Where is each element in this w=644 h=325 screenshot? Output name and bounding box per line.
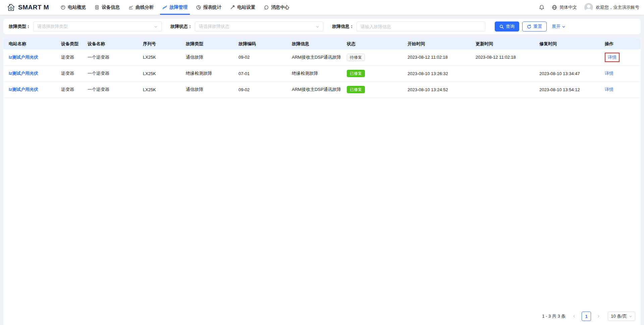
status-badge: 已修复 — [347, 86, 365, 93]
chevron-right-icon — [597, 315, 600, 318]
col-start-time: 开始时间 — [402, 38, 470, 49]
chart-icon — [128, 5, 133, 10]
nav-label: 消息中心 — [271, 4, 289, 10]
col-status: 状态 — [341, 38, 402, 49]
cell-device-name: 一个逆变器 — [82, 65, 138, 82]
language-label: 简体中文 — [559, 4, 577, 10]
col-fault-type: 故障类型 — [180, 38, 233, 49]
fault-status-label: 故障状态： — [170, 23, 192, 30]
fault-type-placeholder: 请选择故障类型 — [37, 23, 68, 30]
pagination-total: 1 - 3 共 3 条 — [542, 313, 566, 319]
next-page-button[interactable] — [594, 312, 603, 321]
top-navigation-bar: SMART M 电站概览 设备信息 曲线分 — [0, 0, 644, 15]
account-menu[interactable]: 欢迎您，业主演示账号 — [584, 3, 639, 12]
page-size-select[interactable]: 10 条/页 — [608, 312, 635, 321]
nav-label: 电站概览 — [68, 4, 86, 10]
page-number-button[interactable]: 1 — [582, 312, 591, 321]
col-action: 操作 — [599, 38, 641, 49]
col-fault-info: 故障信息 — [286, 38, 341, 49]
chevron-down-icon — [629, 315, 632, 318]
cell-repair-time: 2023-08-10 13:54:12 — [534, 82, 599, 98]
cell-fault-code: 07-01 — [233, 65, 286, 82]
cell-start-time: 2023-08-10 13:26:32 — [402, 65, 470, 82]
brand-logo[interactable]: SMART M — [7, 0, 49, 15]
nav-item-curve-analysis[interactable]: 曲线分析 — [124, 0, 158, 15]
search-icon — [499, 24, 504, 29]
fault-info-input[interactable] — [357, 21, 485, 32]
nav-label: 电站设置 — [237, 4, 255, 10]
nav-item-report-statistics[interactable]: 报表统计 — [192, 0, 226, 15]
message-icon — [264, 5, 269, 10]
cell-start-time: 2023-08-10 13:24:52 — [402, 82, 470, 98]
details-link[interactable]: 详情 — [605, 71, 613, 76]
col-repair-time: 修复时间 — [534, 38, 599, 49]
cell-update-time — [470, 82, 534, 98]
notification-bell-icon[interactable] — [539, 5, 544, 10]
cell-serial: LX25K — [138, 49, 180, 65]
station-link[interactable]: lz测试户用光伏 — [9, 55, 38, 60]
col-device-type: 设备类型 — [56, 38, 82, 49]
cell-fault-info: ARM接收主DSP通讯故障 — [286, 82, 341, 98]
chevron-down-icon — [562, 25, 566, 29]
language-switcher[interactable]: 简体中文 — [552, 4, 577, 10]
topbar-right: 简体中文 欢迎您，业主演示账号 — [539, 0, 639, 15]
chevron-down-icon — [154, 25, 158, 29]
nav-item-fault-management[interactable]: 故障管理 — [158, 0, 192, 15]
table-header-row: 电站名称 设备类型 设备名称 序列号 故障类型 故障编码 故障信息 状态 开始时… — [3, 38, 641, 49]
cell-repair-time: 2023-08-10 13:34:47 — [534, 65, 599, 82]
globe-icon — [552, 5, 557, 10]
fault-table-card: 电站名称 设备类型 设备名称 序列号 故障类型 故障编码 故障信息 状态 开始时… — [3, 38, 641, 325]
wrench-icon — [162, 5, 167, 10]
fault-type-select[interactable]: 请选择故障类型 — [33, 21, 162, 32]
nav-item-message-center[interactable]: 消息中心 — [260, 0, 293, 15]
refresh-icon — [527, 24, 531, 29]
nav-item-station-overview[interactable]: 电站概览 — [56, 0, 90, 15]
chevron-down-icon — [316, 25, 319, 29]
cell-device-type: 逆变器 — [56, 82, 82, 98]
pie-icon — [196, 5, 201, 10]
tool-icon — [230, 5, 235, 10]
station-link[interactable]: lz测试户用光伏 — [9, 71, 38, 76]
station-link[interactable]: lz测试户用光伏 — [9, 87, 38, 92]
cell-update-time: 2023-08-12 11:02:18 — [470, 49, 534, 65]
nav-label: 报表统计 — [203, 4, 221, 10]
main-nav: 电站概览 设备信息 曲线分析 — [56, 0, 293, 15]
expand-label: 展开 — [552, 23, 560, 30]
status-badge: 已修复 — [347, 70, 365, 77]
expand-filters-link[interactable]: 展开 — [552, 23, 566, 30]
cell-repair-time — [534, 49, 599, 65]
prev-page-button[interactable] — [570, 312, 579, 321]
status-badge: 待修复 — [347, 54, 365, 61]
cell-update-time — [470, 65, 534, 82]
nav-label: 曲线分析 — [136, 4, 154, 10]
gauge-icon — [61, 5, 65, 10]
table-row: lz测试户用光伏 逆变器 一个逆变器 LX25K 通信故障 09-02 ARM接… — [3, 82, 641, 98]
fault-table: 电站名称 设备类型 设备名称 序列号 故障类型 故障编码 故障信息 状态 开始时… — [3, 38, 641, 98]
cell-device-type: 逆变器 — [56, 65, 82, 82]
cell-fault-info: ARM接收主DSP通讯故障 — [286, 49, 341, 65]
search-button-label: 查询 — [506, 23, 515, 30]
col-station: 电站名称 — [3, 38, 56, 49]
fault-status-select[interactable]: 请选择故障状态 — [195, 21, 323, 32]
list-icon — [95, 5, 99, 10]
cell-fault-info: 绝缘检测故障 — [286, 65, 341, 82]
page-size-value: 10 条/页 — [611, 313, 627, 319]
col-serial: 序列号 — [138, 38, 180, 49]
nav-item-station-settings[interactable]: 电站设置 — [226, 0, 260, 15]
reset-button[interactable]: 重置 — [522, 21, 547, 32]
col-update-time: 更新时间 — [470, 38, 534, 49]
cell-device-name: 一个逆变器 — [82, 82, 138, 98]
fault-info-label: 故障信息： — [332, 23, 354, 30]
cell-device-type: 逆变器 — [56, 49, 82, 65]
pagination: 1 - 3 共 3 条 1 10 条/页 — [542, 312, 635, 321]
chevron-left-icon — [573, 315, 576, 318]
search-button[interactable]: 查询 — [495, 21, 519, 32]
fault-status-placeholder: 请选择故障状态 — [199, 23, 229, 30]
nav-item-device-info[interactable]: 设备信息 — [90, 0, 124, 15]
table-row: lz测试户用光伏 逆变器 一个逆变器 LX25K 通信故障 09-02 ARM接… — [3, 49, 641, 65]
details-link[interactable]: 详情 — [608, 55, 616, 60]
cell-start-time: 2023-08-12 11:02:18 — [402, 49, 470, 65]
fault-type-label: 故障类型： — [9, 23, 31, 30]
cell-serial: LX25K — [138, 82, 180, 98]
details-link[interactable]: 详情 — [605, 87, 613, 92]
